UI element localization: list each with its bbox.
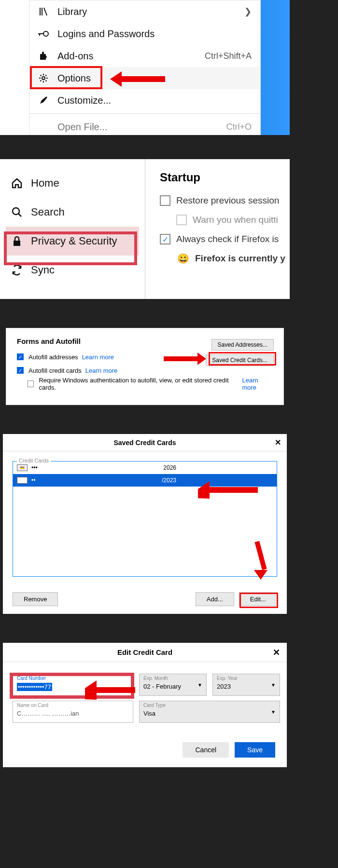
- svg-point-4: [13, 208, 19, 215]
- annotation-arrow: [85, 680, 135, 700]
- saved-cards-button[interactable]: Saved Credit Cards...: [206, 354, 274, 366]
- sidebar-label: Search: [31, 206, 65, 218]
- sidebar-label: Sync: [31, 264, 55, 276]
- menu-label: Library: [57, 6, 87, 17]
- menu-label: Logins and Passwords: [57, 28, 155, 40]
- puzzle-icon: [38, 51, 49, 61]
- chevron-down-icon: ▼: [271, 682, 276, 688]
- dialog-header: Edit Credit Card ✕: [3, 643, 287, 662]
- annotation-arrow: [254, 541, 268, 580]
- card-icon: VISA: [17, 477, 28, 484]
- edit-button[interactable]: Edit...: [239, 592, 277, 606]
- key-icon: [38, 28, 49, 39]
- close-icon[interactable]: ✕: [273, 647, 280, 658]
- card-type-select[interactable]: Card Type Visa ▼: [139, 701, 280, 723]
- svg-point-3: [42, 77, 45, 80]
- annotation-arrow: [110, 71, 165, 87]
- dialog-title: Saved Credit Cards: [113, 439, 176, 447]
- menu-item-customize[interactable]: Customize...: [29, 89, 260, 111]
- checkbox-icon: [28, 380, 34, 387]
- chevron-down-icon: ▼: [197, 682, 202, 688]
- options-panel: Home Search Privacy & Security Sync Star…: [0, 159, 290, 299]
- menu-label: Options: [57, 73, 91, 84]
- brush-icon: [38, 95, 49, 106]
- close-icon[interactable]: ✕: [275, 438, 281, 447]
- sidebar-item-home[interactable]: Home: [6, 169, 139, 198]
- options-main: Startup Restore previous session Warn yo…: [145, 159, 290, 299]
- menu-label: Add-ons: [57, 51, 94, 62]
- fieldset-label: Credit Cards: [17, 458, 51, 463]
- add-button[interactable]: Add...: [196, 592, 234, 606]
- menu-item-addons[interactable]: Add-ons Ctrl+Shift+A: [29, 45, 260, 67]
- section-title: Startup: [160, 171, 290, 184]
- annotation-arrow: [164, 353, 206, 365]
- sidebar-item-privacy[interactable]: Privacy & Security: [6, 227, 139, 256]
- save-button[interactable]: Save: [235, 742, 275, 758]
- svg-point-0: [43, 31, 48, 36]
- sidebar-label: Home: [31, 177, 59, 190]
- forms-autofill-panel: Forms and Autofill ✓Autofill addressesLe…: [6, 328, 284, 405]
- exp-month-select[interactable]: Exp. Month 02 - February ▼: [139, 674, 207, 696]
- saved-addresses-button[interactable]: Saved Addresses...: [211, 339, 274, 351]
- checkbox-icon: [160, 195, 170, 206]
- edit-card-dialog: Edit Credit Card ✕ Card Number •••••••••…: [3, 643, 287, 767]
- checkbox-always[interactable]: ✓Always check if Firefox is: [160, 230, 290, 249]
- svg-rect-2: [39, 33, 40, 36]
- lock-icon: [11, 235, 23, 247]
- chevron-right-icon: ❯: [244, 6, 252, 17]
- menu-label: Open File...: [57, 122, 107, 133]
- cards-listbox[interactable]: Credit Cards 💳 ••• 2026 VISA •• /2023: [13, 461, 277, 577]
- chevron-down-icon: ▼: [271, 709, 276, 715]
- sidebar-label: Privacy & Security: [31, 235, 117, 247]
- learn-more-link[interactable]: Learn more: [85, 367, 117, 374]
- cancel-button[interactable]: Cancel: [183, 742, 229, 758]
- dialog-header: Saved Credit Cards ✕: [3, 434, 287, 451]
- separator: [29, 113, 260, 114]
- sidebar-item-sync[interactable]: Sync: [6, 256, 139, 285]
- checkbox-warn[interactable]: Warn you when quitti: [176, 210, 290, 230]
- checkbox-winauth[interactable]: Require Windows authentication to autofi…: [28, 377, 273, 391]
- saved-cards-dialog: Saved Credit Cards ✕ Credit Cards 💳 ••• …: [3, 434, 287, 614]
- menu-item-library[interactable]: Library ❯: [29, 0, 260, 23]
- sync-icon: [11, 264, 23, 276]
- exp-year-select[interactable]: Exp. Year 2023 ▼: [212, 674, 280, 696]
- name-on-card-field[interactable]: Name on Card C……… …. ………ian: [13, 701, 133, 723]
- menu-item-logins[interactable]: Logins and Passwords: [29, 23, 260, 45]
- checkbox-icon: ✓: [17, 367, 24, 374]
- shortcut: Ctrl+Shift+A: [205, 51, 252, 61]
- menu-label: Customize...: [57, 95, 111, 106]
- options-sidebar: Home Search Privacy & Security Sync: [0, 159, 145, 299]
- library-icon: [38, 6, 49, 17]
- home-icon: [11, 177, 23, 190]
- remove-button[interactable]: Remove: [13, 592, 58, 606]
- checkbox-restore[interactable]: Restore previous session: [160, 191, 290, 210]
- menu-item-openfile[interactable]: Open File... Ctrl+O: [29, 116, 260, 135]
- learn-more-link[interactable]: Learn more: [242, 377, 273, 391]
- search-icon: [11, 206, 23, 218]
- annotation-arrow: [198, 481, 258, 499]
- card-icon: 💳: [17, 464, 28, 471]
- status-default: 😀Firefox is currently y: [160, 249, 290, 268]
- sidebar-item-search[interactable]: Search: [6, 198, 139, 227]
- menu-panel: Library ❯ Logins and Passwords Add-ons C…: [0, 0, 290, 135]
- card-row[interactable]: 💳 ••• 2026: [13, 461, 277, 474]
- hamburger-menu: Library ❯ Logins and Passwords Add-ons C…: [29, 0, 261, 135]
- gear-icon: [38, 73, 49, 83]
- learn-more-link[interactable]: Learn more: [82, 353, 114, 361]
- shortcut: Ctrl+O: [226, 122, 252, 132]
- svg-rect-5: [14, 241, 20, 246]
- svg-rect-1: [38, 33, 44, 34]
- checkbox-icon: ✓: [17, 353, 24, 360]
- checkbox-icon: [176, 215, 187, 225]
- dialog-title: Edit Credit Card: [117, 648, 172, 656]
- smile-icon: 😀: [177, 253, 189, 264]
- checkbox-icon: ✓: [160, 234, 170, 244]
